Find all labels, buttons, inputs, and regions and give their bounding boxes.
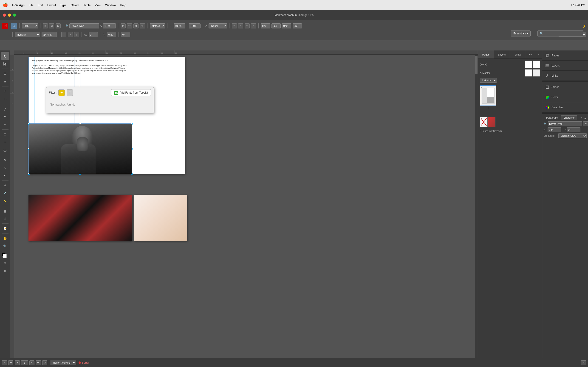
far-panel-layers[interactable]: Layers <box>542 60 588 71</box>
tab-pages[interactable]: Pages <box>478 50 494 58</box>
zoom-select[interactable]: 50% <box>22 23 38 28</box>
next-spread-btn[interactable]: ▸▸ <box>36 360 41 365</box>
scale-h-input[interactable] <box>174 23 185 28</box>
menu-type[interactable]: Type <box>60 3 66 7</box>
eyedropper-tool[interactable]: 💉 <box>1 190 9 197</box>
offset-x2-input[interactable] <box>282 23 291 28</box>
align-justify-btn[interactable]: ≡ <box>251 23 256 28</box>
spread-left-page[interactable]: A <box>480 117 488 127</box>
selection-tool[interactable] <box>1 52 9 60</box>
menu-help[interactable]: Help <box>120 3 126 7</box>
prev-spread-btn[interactable]: ◂◂ <box>8 360 13 365</box>
menu-view[interactable]: View <box>95 3 101 7</box>
current-page-input[interactable] <box>21 360 28 365</box>
pencil-tool[interactable]: ✏ <box>1 121 9 128</box>
menu-table[interactable]: Table <box>83 3 90 7</box>
next-page-btn[interactable]: ▸ <box>29 360 35 365</box>
menu-object[interactable]: Object <box>71 3 79 7</box>
skew-input[interactable] <box>121 32 130 37</box>
tab-layers[interactable]: Layers <box>494 50 510 58</box>
gap-tool[interactable]: ⊞ <box>1 78 9 85</box>
page-end-btn[interactable]: ⊡ <box>42 360 47 365</box>
essentials-button[interactable]: Essentials ▾ <box>511 31 531 36</box>
far-panel-color[interactable]: Color <box>542 92 588 102</box>
normal-mode-btn[interactable]: □ <box>1 259 9 267</box>
shear-tool[interactable]: ⊲ <box>1 172 9 179</box>
global-search-input[interactable] <box>537 31 583 36</box>
char-font-dropdown-btn[interactable]: ▾ <box>583 121 588 126</box>
tab-character[interactable]: Character <box>561 115 577 120</box>
offset-y2-input[interactable] <box>293 23 302 28</box>
panel-close-btn[interactable]: ✕ <box>535 50 542 58</box>
line-tool[interactable]: ╱ <box>1 105 9 113</box>
new-page-btn[interactable]: ＋ <box>2 360 7 365</box>
working-set-select[interactable]: [Basic] (working) <box>51 360 76 365</box>
page-tool[interactable]: ⊡ <box>1 70 9 77</box>
align-right-btn[interactable]: ≡ <box>245 23 250 28</box>
apple-menu[interactable]: 🍎 <box>3 2 8 8</box>
pen-tool[interactable]: ✒ <box>1 113 9 120</box>
underline-btn[interactable]: T <box>74 32 79 37</box>
scale-tool[interactable]: ⤡ <box>1 164 9 171</box>
align-center-btn[interactable]: ≡ <box>238 23 243 28</box>
prev-page-btn[interactable]: ◂ <box>15 360 20 365</box>
ellipse-tool[interactable]: ◯ <box>1 146 9 154</box>
panel-expand-btn[interactable]: ▸▸ <box>526 50 535 58</box>
far-panel-stroke[interactable]: Stroke <box>542 82 588 92</box>
toolbar-settings-btn[interactable]: ⚡ <box>582 24 586 28</box>
italic-btn[interactable]: T <box>68 32 73 37</box>
letter-h-dropdown[interactable]: Letter H <box>480 78 497 83</box>
frame-tool-1[interactable]: ▭ <box>43 23 48 28</box>
metrics-select[interactable]: Metrics <box>150 23 165 28</box>
small-caps-btn[interactable]: Tc <box>140 23 145 28</box>
free-transform-tool[interactable]: ⊕ <box>1 182 9 189</box>
gradient-tool[interactable]: ▓ <box>1 207 9 215</box>
leading-input[interactable] <box>42 32 57 37</box>
frame-tool-2[interactable]: ⊞ <box>49 23 54 28</box>
superscript-btn[interactable]: TA <box>121 23 126 28</box>
bold-btn[interactable]: T <box>61 32 66 37</box>
zoom-tool[interactable]: 🔍 <box>1 242 9 250</box>
far-panel-pages[interactable]: Pages <box>542 50 588 60</box>
char-size-input[interactable] <box>548 127 561 132</box>
canvas-scrollbar-v[interactable] <box>475 55 478 367</box>
spread-right-page[interactable] <box>488 117 495 127</box>
rectangle-frame-tool[interactable]: ⊠ <box>1 131 9 138</box>
tab-links[interactable]: Links <box>510 50 526 58</box>
window-controls[interactable] <box>3 14 16 17</box>
gradient-feather-tool[interactable]: ░ <box>1 215 9 222</box>
menu-layout[interactable]: Layout <box>47 3 56 7</box>
offset-y-input[interactable] <box>271 23 281 28</box>
scale-v-input[interactable] <box>189 23 200 28</box>
type-on-path-tool[interactable]: T~ <box>1 95 9 103</box>
caps-btn[interactable]: TT <box>133 23 138 28</box>
measure-tool[interactable]: 📏 <box>1 197 9 205</box>
hand-tool[interactable]: ✋ <box>1 235 9 242</box>
filter-t-btn[interactable]: T <box>67 90 73 96</box>
maximize-button[interactable] <box>13 14 16 17</box>
menu-edit[interactable]: Edit <box>38 3 43 7</box>
far-panel-swatches[interactable]: Swatches <box>542 102 588 112</box>
color-select[interactable]: [None] <box>208 23 227 28</box>
char-panel-expand-btn[interactable]: ◂◂ <box>581 116 583 119</box>
char-lang-select[interactable]: English: USA <box>558 133 587 138</box>
style-select[interactable]: Regular <box>15 32 40 37</box>
filter-star-btn[interactable]: ★ <box>58 90 65 96</box>
subscript-btn[interactable]: TA <box>127 23 132 28</box>
baseline-input[interactable] <box>107 32 116 37</box>
font-name-input[interactable] <box>69 23 99 28</box>
menu-file[interactable]: File <box>29 3 34 7</box>
tab-paragraph[interactable]: Paragraph <box>544 115 561 120</box>
page-1-thumb[interactable]: A 1 <box>480 85 496 106</box>
tracking-input[interactable] <box>89 32 98 37</box>
rotate-tool[interactable]: ↻ <box>1 156 9 164</box>
type-tool[interactable]: T <box>1 88 9 95</box>
char-font-input[interactable] <box>548 121 582 126</box>
rectangle-tool[interactable]: ▭ <box>1 139 9 146</box>
char-panel-menu-btn[interactable]: ☰ <box>584 116 587 119</box>
status-btn-left[interactable]: ◂ <box>581 360 586 365</box>
close-button[interactable] <box>3 14 6 17</box>
note-tool[interactable]: 📝 <box>1 225 9 232</box>
add-fonts-button[interactable]: Tk Add Fonts from Typekit <box>111 89 151 96</box>
menu-window[interactable]: Window <box>105 3 116 7</box>
